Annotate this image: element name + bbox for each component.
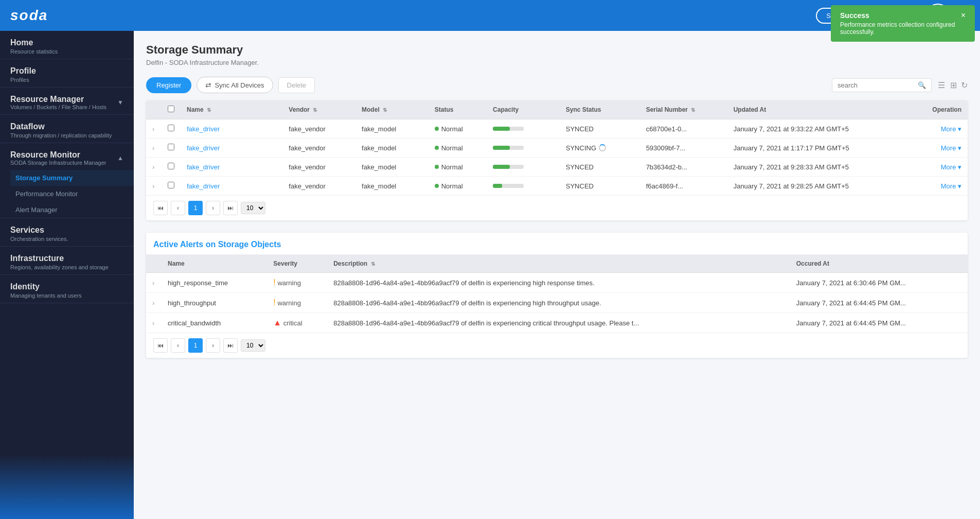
storage-name-link[interactable]: fake_driver bbox=[187, 163, 220, 171]
register-button[interactable]: Register bbox=[146, 77, 191, 93]
storage-updated: January 7, 2021 at 9:28:25 AM GMT+5 bbox=[727, 177, 909, 196]
row-checkbox-0[interactable] bbox=[168, 125, 174, 131]
alert-prev-page-btn[interactable]: ‹ bbox=[171, 338, 185, 353]
storage-serial: f6ac4869-f... bbox=[640, 177, 727, 196]
sidebar-item-identity[interactable]: Identity Managing tenants and users bbox=[0, 275, 134, 303]
page-subtitle: Delfin - SODA Infrastructure Manager. bbox=[146, 59, 968, 66]
capacity-bar bbox=[493, 127, 524, 131]
list-view-icon[interactable]: ☰ bbox=[937, 79, 946, 91]
storage-name-link[interactable]: fake_driver bbox=[187, 144, 220, 152]
th-checkbox bbox=[162, 100, 181, 119]
storage-model: fake_model bbox=[355, 158, 429, 177]
storage-updated: January 7, 2021 at 9:33:22 AM GMT+5 bbox=[727, 119, 909, 139]
row-expand-btn[interactable]: › bbox=[152, 144, 154, 152]
row-expand-btn[interactable]: › bbox=[152, 125, 154, 133]
storage-serial: 7b3634d2-b... bbox=[640, 158, 727, 177]
delete-button[interactable]: Delete bbox=[278, 77, 315, 93]
sidebar-item-dataflow[interactable]: Dataflow Through migration / replication… bbox=[0, 115, 134, 143]
capacity-bar bbox=[493, 184, 524, 188]
storage-table-body: › fake_driver fake_vendor fake_model Nor… bbox=[146, 119, 968, 196]
alert-expand-btn[interactable]: › bbox=[152, 319, 154, 327]
th-vendor[interactable]: Vendor ⇅ bbox=[282, 100, 355, 119]
storage-model: fake_model bbox=[355, 119, 429, 139]
storage-name-link[interactable]: fake_driver bbox=[187, 182, 220, 190]
alerts-table-body: › high_response_time ! warning 828a8808-… bbox=[146, 273, 968, 333]
grid-view-icon[interactable]: ⊞ bbox=[949, 79, 958, 91]
alert-expand-btn[interactable]: › bbox=[152, 279, 154, 287]
sidebar: Home Resource statistics Profile Profile… bbox=[0, 31, 134, 519]
alert-first-page-btn[interactable]: ⏮ bbox=[153, 338, 168, 353]
more-button[interactable]: More ▾ bbox=[941, 163, 961, 171]
select-all-checkbox[interactable] bbox=[168, 106, 174, 112]
storage-vendor: fake_vendor bbox=[282, 139, 355, 158]
storage-table-row: › fake_driver fake_vendor fake_model Nor… bbox=[146, 158, 968, 177]
last-page-btn[interactable]: ⏭ bbox=[223, 201, 238, 215]
row-checkbox-2[interactable] bbox=[168, 163, 174, 169]
alerts-section-title: Active Alerts on Storage Objects bbox=[146, 233, 968, 255]
sidebar-item-alert-manager[interactable]: Alert Manager bbox=[10, 202, 134, 218]
app-logo: soda bbox=[10, 7, 48, 24]
th-sync-status: Sync Status bbox=[560, 100, 640, 119]
th-model[interactable]: Model ⇅ bbox=[355, 100, 429, 119]
first-page-btn[interactable]: ⏮ bbox=[153, 201, 168, 215]
storage-capacity bbox=[487, 119, 560, 139]
th-alert-occured: Occured At bbox=[790, 255, 968, 273]
row-expand-btn[interactable]: › bbox=[152, 163, 154, 171]
sidebar-item-services[interactable]: Services Orchestration services. bbox=[0, 218, 134, 247]
more-button[interactable]: More ▾ bbox=[941, 182, 961, 190]
th-updated-at: Updated At bbox=[727, 100, 909, 119]
storage-status: Normal bbox=[429, 119, 487, 139]
storage-pagination: ⏮ ‹ 1 › ⏭ 10 20 50 bbox=[146, 195, 968, 220]
alert-name: high_response_time bbox=[162, 273, 267, 293]
th-name[interactable]: Name ⇅ bbox=[181, 100, 282, 119]
next-page-btn[interactable]: › bbox=[206, 201, 220, 215]
sidebar-item-storage-summary[interactable]: Storage Summary bbox=[10, 170, 134, 186]
sidebar-item-resource-monitor: Resource Monitor SODA Storage Infrastruc… bbox=[0, 143, 134, 218]
storage-model: fake_model bbox=[355, 177, 429, 196]
sidebar-item-performance-monitor[interactable]: Performance Monitor bbox=[10, 186, 134, 202]
alert-last-page-btn[interactable]: ⏭ bbox=[223, 338, 238, 353]
th-alert-name: Name bbox=[162, 255, 267, 273]
sync-icon: ⇄ bbox=[205, 81, 211, 89]
resource-monitor-sub-items: Storage Summary Performance Monitor Aler… bbox=[0, 170, 134, 218]
th-status: Status bbox=[429, 100, 487, 119]
sidebar-item-home[interactable]: Home Resource statistics bbox=[0, 31, 134, 59]
th-expand bbox=[146, 100, 162, 119]
more-button[interactable]: More ▾ bbox=[941, 125, 961, 133]
th-alert-description[interactable]: Description ⇅ bbox=[327, 255, 790, 273]
more-button[interactable]: More ▾ bbox=[941, 144, 961, 152]
sidebar-item-infrastructure[interactable]: Infrastructure Regions, availability zon… bbox=[0, 247, 134, 275]
search-input[interactable] bbox=[838, 81, 915, 89]
sync-all-devices-button[interactable]: ⇄ Sync All Devices bbox=[197, 77, 273, 93]
syncing-spinner bbox=[599, 144, 606, 151]
th-serial[interactable]: Serial Number ⇅ bbox=[640, 100, 727, 119]
row-checkbox-1[interactable] bbox=[168, 144, 174, 150]
storage-table-card: Name ⇅ Vendor ⇅ Model ⇅ Status Capacity … bbox=[146, 100, 968, 220]
alerts-table-header: Name Severity Description ⇅ Occured At bbox=[146, 255, 968, 273]
alerts-pagination: ⏮ ‹ 1 › ⏭ 10 20 50 bbox=[146, 333, 968, 358]
alert-next-page-btn[interactable]: › bbox=[206, 338, 220, 353]
storage-name-link[interactable]: fake_driver bbox=[187, 125, 220, 133]
prev-page-btn[interactable]: ‹ bbox=[171, 201, 185, 215]
alert-page-size-select[interactable]: 10 20 50 bbox=[241, 339, 265, 352]
refresh-icon[interactable]: ↻ bbox=[961, 80, 968, 90]
storage-table-header: Name ⇅ Vendor ⇅ Model ⇅ Status Capacity … bbox=[146, 100, 968, 119]
page-1-btn[interactable]: 1 bbox=[188, 201, 203, 215]
alert-severity: ! warning bbox=[267, 293, 327, 313]
toast-close-button[interactable]: × bbox=[961, 11, 966, 20]
alerts-table-card: Active Alerts on Storage Objects Name Se… bbox=[146, 233, 968, 358]
alert-name: high_throughput bbox=[162, 293, 267, 313]
sidebar-item-resource-manager[interactable]: Resource Manager Volumes / Buckets / Fil… bbox=[0, 88, 134, 115]
sidebar-item-profile[interactable]: Profile Profiles bbox=[0, 59, 134, 88]
sync-label: Sync All Devices bbox=[215, 81, 264, 89]
alert-expand-btn[interactable]: › bbox=[152, 299, 154, 307]
page-size-select[interactable]: 10 20 50 bbox=[241, 202, 265, 214]
capacity-bar-fill bbox=[493, 127, 510, 131]
storage-vendor: fake_vendor bbox=[282, 177, 355, 196]
alert-page-1-btn[interactable]: 1 bbox=[188, 338, 203, 353]
row-checkbox-3[interactable] bbox=[168, 182, 174, 188]
row-expand-btn[interactable]: › bbox=[152, 182, 154, 190]
storage-status: Normal bbox=[429, 158, 487, 177]
toast-success: Success Performance metrics collection c… bbox=[831, 5, 975, 42]
alert-description: 828a8808-1d96-4a84-a9e1-4bb96a9acf79 of … bbox=[327, 293, 790, 313]
